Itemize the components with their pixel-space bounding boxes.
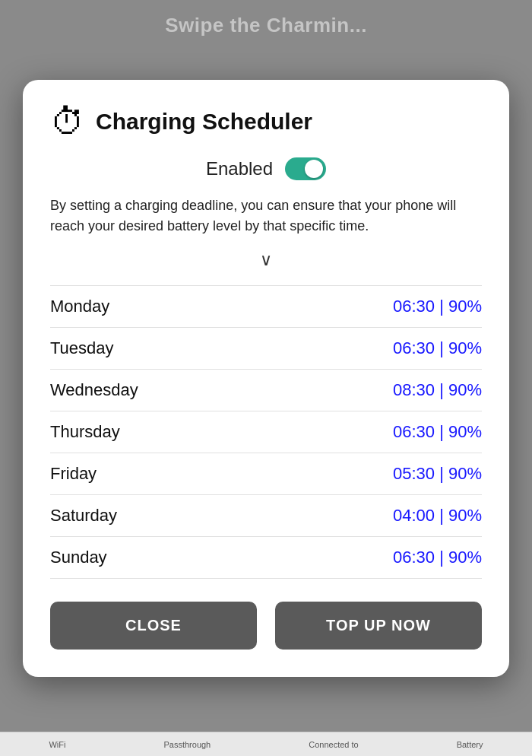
- day-name: Wednesday: [50, 380, 138, 400]
- chevron-row: ∨: [50, 250, 482, 270]
- day-name: Tuesday: [50, 338, 114, 358]
- day-value: 06:30 | 90%: [393, 338, 482, 358]
- day-value: 06:30 | 90%: [393, 297, 482, 316]
- top-up-now-button[interactable]: TOP UP NOW: [275, 602, 482, 650]
- button-row: CLOSE TOP UP NOW: [50, 602, 482, 650]
- schedule-row[interactable]: Thursday06:30 | 90%: [50, 411, 482, 453]
- day-value: 05:30 | 90%: [393, 464, 482, 484]
- clock-icon: ⏱: [50, 104, 85, 139]
- schedule-row[interactable]: Wednesday08:30 | 90%: [50, 370, 482, 411]
- day-value: 06:30 | 90%: [393, 548, 482, 567]
- enabled-toggle[interactable]: [285, 157, 326, 180]
- day-value: 04:00 | 90%: [393, 506, 482, 526]
- status-passthrough: Passthrough: [163, 740, 211, 749]
- status-bar: WiFi Passthrough Connected to Battery: [0, 732, 532, 756]
- day-name: Saturday: [50, 506, 117, 526]
- modal-header: ⏱ Charging Scheduler: [50, 104, 482, 139]
- schedule-row[interactable]: Sunday06:30 | 90%: [50, 537, 482, 579]
- schedule-list: Monday06:30 | 90%Tuesday06:30 | 90%Wedne…: [50, 285, 482, 579]
- day-name: Monday: [50, 297, 109, 316]
- status-connected: Connected to: [309, 740, 358, 749]
- modal-title: Charging Scheduler: [96, 109, 312, 135]
- close-button[interactable]: CLOSE: [50, 602, 257, 650]
- day-name: Sunday: [50, 548, 107, 567]
- day-name: Thursday: [50, 422, 120, 442]
- status-battery: Battery: [457, 740, 483, 749]
- schedule-row[interactable]: Monday06:30 | 90%: [50, 285, 482, 328]
- status-wifi: WiFi: [49, 740, 65, 749]
- background-text: Swipe the Charmin...: [165, 14, 367, 37]
- schedule-row[interactable]: Tuesday06:30 | 90%: [50, 328, 482, 370]
- day-value: 06:30 | 90%: [393, 422, 482, 442]
- day-name: Friday: [50, 464, 97, 484]
- description-text: By setting a charging deadline, you can …: [50, 195, 482, 237]
- schedule-row[interactable]: Saturday04:00 | 90%: [50, 495, 482, 537]
- schedule-row[interactable]: Friday05:30 | 90%: [50, 453, 482, 495]
- day-value: 08:30 | 90%: [393, 380, 482, 400]
- charging-scheduler-modal: ⏱ Charging Scheduler Enabled By setting …: [23, 80, 509, 677]
- enabled-row: Enabled: [50, 157, 482, 180]
- enabled-label: Enabled: [206, 158, 273, 179]
- chevron-down-icon[interactable]: ∨: [260, 250, 272, 270]
